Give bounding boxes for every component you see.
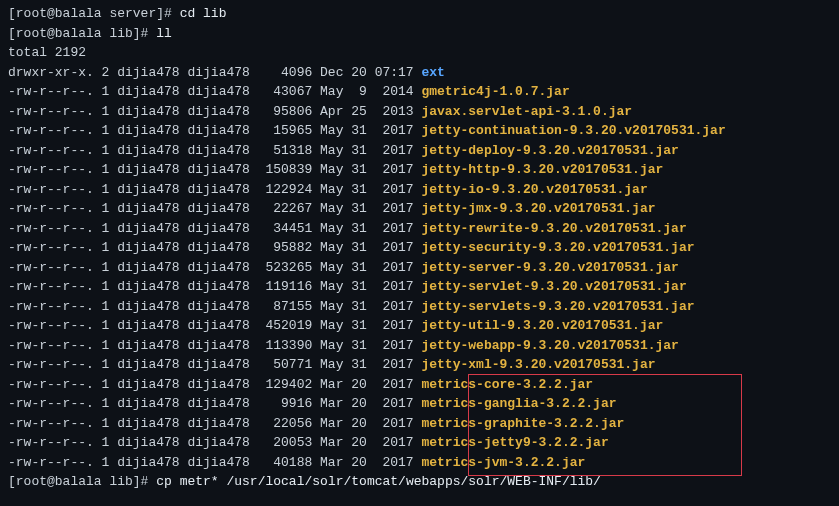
- list-item: -rw-r--r--. 1 dijia478 dijia478 20053 Ma…: [8, 433, 831, 453]
- list-item: -rw-r--r--. 1 dijia478 dijia478 95806 Ap…: [8, 102, 831, 122]
- shell-prompt: [root@balala lib]#: [8, 26, 148, 41]
- list-item: drwxr-xr-x. 2 dijia478 dijia478 4096 Dec…: [8, 63, 831, 83]
- file-name: jetty-deploy-9.3.20.v20170531.jar: [421, 143, 678, 158]
- list-item: -rw-r--r--. 1 dijia478 dijia478 9916 Mar…: [8, 394, 831, 414]
- prompt-line: [root@balala lib]# ll: [8, 24, 831, 44]
- file-listing: drwxr-xr-x. 2 dijia478 dijia478 4096 Dec…: [8, 63, 831, 473]
- file-name: jetty-util-9.3.20.v20170531.jar: [421, 318, 663, 333]
- list-item: -rw-r--r--. 1 dijia478 dijia478 15965 Ma…: [8, 121, 831, 141]
- file-name: jetty-xml-9.3.20.v20170531.jar: [421, 357, 655, 372]
- list-item: -rw-r--r--. 1 dijia478 dijia478 523265 M…: [8, 258, 831, 278]
- list-item: -rw-r--r--. 1 dijia478 dijia478 95882 Ma…: [8, 238, 831, 258]
- list-item: -rw-r--r--. 1 dijia478 dijia478 50771 Ma…: [8, 355, 831, 375]
- terminal-output[interactable]: [root@balala server]# cd lib [root@balal…: [8, 4, 831, 492]
- list-item: -rw-r--r--. 1 dijia478 dijia478 22056 Ma…: [8, 414, 831, 434]
- command-ll: ll: [156, 26, 172, 41]
- list-item: -rw-r--r--. 1 dijia478 dijia478 113390 M…: [8, 336, 831, 356]
- list-item: -rw-r--r--. 1 dijia478 dijia478 150839 M…: [8, 160, 831, 180]
- prompt-line: [root@balala lib]# cp metr* /usr/local/s…: [8, 472, 831, 492]
- file-name: jetty-webapp-9.3.20.v20170531.jar: [421, 338, 678, 353]
- file-name: metrics-ganglia-3.2.2.jar: [421, 396, 616, 411]
- total-line: total 2192: [8, 43, 831, 63]
- file-name: metrics-jetty9-3.2.2.jar: [421, 435, 608, 450]
- file-name: jetty-rewrite-9.3.20.v20170531.jar: [421, 221, 686, 236]
- list-item: -rw-r--r--. 1 dijia478 dijia478 122924 M…: [8, 180, 831, 200]
- file-name: metrics-jvm-3.2.2.jar: [421, 455, 585, 470]
- file-name: metrics-core-3.2.2.jar: [421, 377, 593, 392]
- file-name: gmetric4j-1.0.7.jar: [421, 84, 569, 99]
- file-name: jetty-security-9.3.20.v20170531.jar: [421, 240, 694, 255]
- file-name: jetty-server-9.3.20.v20170531.jar: [421, 260, 678, 275]
- prompt-line: [root@balala server]# cd lib: [8, 4, 831, 24]
- shell-prompt: [root@balala server]#: [8, 6, 172, 21]
- file-name: jetty-jmx-9.3.20.v20170531.jar: [421, 201, 655, 216]
- list-item: -rw-r--r--. 1 dijia478 dijia478 34451 Ma…: [8, 219, 831, 239]
- list-item: -rw-r--r--. 1 dijia478 dijia478 87155 Ma…: [8, 297, 831, 317]
- list-item: -rw-r--r--. 1 dijia478 dijia478 129402 M…: [8, 375, 831, 395]
- list-item: -rw-r--r--. 1 dijia478 dijia478 119116 M…: [8, 277, 831, 297]
- list-item: -rw-r--r--. 1 dijia478 dijia478 22267 Ma…: [8, 199, 831, 219]
- list-item: -rw-r--r--. 1 dijia478 dijia478 43067 Ma…: [8, 82, 831, 102]
- command-cd: cd lib: [180, 6, 227, 21]
- command-cp: cp metr* /usr/local/solr/tomcat/webapps/…: [156, 474, 601, 489]
- list-item: -rw-r--r--. 1 dijia478 dijia478 51318 Ma…: [8, 141, 831, 161]
- shell-prompt: [root@balala lib]#: [8, 474, 148, 489]
- directory-name: ext: [421, 65, 444, 80]
- file-name: javax.servlet-api-3.1.0.jar: [421, 104, 632, 119]
- file-name: jetty-servlet-9.3.20.v20170531.jar: [421, 279, 686, 294]
- list-item: -rw-r--r--. 1 dijia478 dijia478 452019 M…: [8, 316, 831, 336]
- file-name: jetty-servlets-9.3.20.v20170531.jar: [421, 299, 694, 314]
- file-name: jetty-continuation-9.3.20.v20170531.jar: [421, 123, 725, 138]
- file-name: jetty-io-9.3.20.v20170531.jar: [421, 182, 647, 197]
- list-item: -rw-r--r--. 1 dijia478 dijia478 40188 Ma…: [8, 453, 831, 473]
- file-name: jetty-http-9.3.20.v20170531.jar: [421, 162, 663, 177]
- file-name: metrics-graphite-3.2.2.jar: [421, 416, 624, 431]
